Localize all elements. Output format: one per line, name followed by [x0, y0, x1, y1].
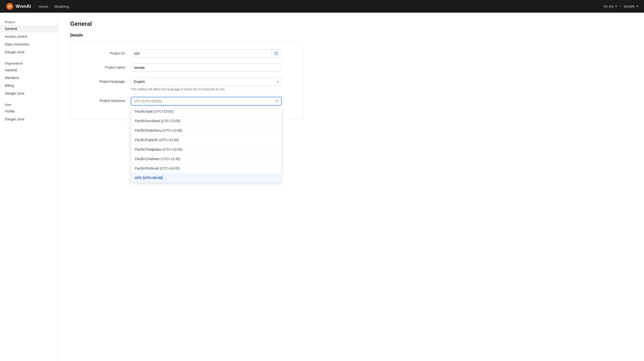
sidebar-section-project: Project: [0, 18, 58, 25]
sidebar: Project General Access control Data conn…: [0, 13, 58, 361]
sidebar-section-organization: Organization: [0, 60, 58, 66]
logo-text: WrenAI: [16, 4, 31, 9]
logo-icon: [6, 2, 14, 10]
timezone-option-2[interactable]: Pacific/Enderbury (UTC+13:00): [131, 126, 281, 135]
sidebar-item-org-general[interactable]: General: [0, 66, 58, 74]
project-language-row: Project language : English Spanish Frenc…: [82, 78, 292, 91]
copy-icon: [274, 51, 278, 55]
sidebar-item-access-control[interactable]: Access control: [0, 32, 58, 40]
project-language-label: Project language :: [82, 78, 131, 83]
project-name-row: Project name :: [82, 63, 292, 72]
copy-project-id-button[interactable]: [272, 50, 281, 57]
timezone-input[interactable]: [131, 97, 282, 106]
nav-home[interactable]: Home: [39, 3, 48, 9]
sidebar-item-data-connection[interactable]: Data connection: [0, 40, 58, 48]
timezone-option-6[interactable]: Pacific/Kiritimati (UTC+14:00): [131, 164, 281, 173]
sidebar-item-profile[interactable]: Profile: [0, 107, 58, 115]
timezone-option-4[interactable]: Pacific/Tongatapu (UTC+13:00): [131, 145, 281, 154]
topnav-right: my org / sample: [603, 4, 638, 8]
project-id-input[interactable]: [131, 50, 272, 57]
project-language-field: English Spanish French German Japanese C…: [131, 78, 282, 91]
timezone-option-1[interactable]: Pacific/Auckland (UTC+13:00): [131, 116, 281, 126]
project-name-field: [131, 63, 282, 72]
project-language-select[interactable]: English Spanish French German Japanese C…: [131, 78, 282, 86]
main-layout: Project General Access control Data conn…: [0, 13, 644, 361]
timezone-option-0[interactable]: Pacific/Apia (UTC+13:00): [131, 107, 281, 116]
nav-modeling[interactable]: Modeling: [54, 3, 69, 9]
sidebar-item-members[interactable]: Members: [0, 74, 58, 82]
org-label: my org: [603, 4, 614, 8]
project-timezone-label: Project timezone :: [82, 97, 131, 103]
project-language-select-wrapper: English Spanish French German Japanese C…: [131, 78, 282, 86]
sidebar-item-billing[interactable]: Billing: [0, 82, 58, 89]
svg-rect-2: [276, 53, 278, 55]
project-id-label: Project ID :: [82, 49, 131, 55]
timezone-option-5[interactable]: Pacific/Chatham (UTC+13:45): [131, 154, 281, 164]
sidebar-section-user: User: [0, 101, 58, 107]
language-help-text: This setting will affect the language in…: [131, 87, 282, 91]
timezone-wrapper: Pacific/Apia (UTC+13:00) Pacific/Aucklan…: [131, 97, 282, 106]
section-title: Details: [70, 33, 632, 37]
sidebar-item-org-danger-zone[interactable]: Danger zone: [0, 89, 58, 97]
project-label: sample: [624, 4, 635, 8]
project-selector[interactable]: sample: [624, 4, 638, 8]
org-chevron-icon: [615, 6, 617, 7]
project-id-input-wrapper: [131, 49, 282, 58]
project-name-input[interactable]: [131, 63, 282, 72]
project-name-label: Project name :: [82, 63, 131, 69]
sidebar-item-project-danger-zone[interactable]: Danger zone: [0, 48, 58, 56]
nav-separator: /: [620, 4, 621, 8]
top-navigation: WrenAI Home Modeling my org / sample: [0, 0, 644, 13]
timezone-dropdown: Pacific/Apia (UTC+13:00) Pacific/Aucklan…: [131, 106, 282, 183]
logo[interactable]: WrenAI: [6, 2, 31, 10]
project-id-field: [131, 49, 282, 58]
page-title: General: [70, 20, 632, 27]
main-content: General Details Project ID :: [58, 13, 644, 361]
project-chevron-icon: [636, 6, 638, 7]
project-timezone-row: Project timezone : Pacific/Apia (UTC: [82, 97, 292, 106]
project-id-row: Project ID :: [82, 49, 292, 58]
settings-card: Project ID : Project name :: [70, 41, 304, 119]
timezone-option-7[interactable]: UTC (UTC+00:00): [131, 173, 281, 182]
org-selector[interactable]: my org: [603, 4, 617, 8]
sidebar-item-user-danger-zone[interactable]: Danger zone: [0, 115, 58, 123]
nav-links: Home Modeling: [39, 3, 595, 9]
sidebar-item-project-general[interactable]: General: [0, 25, 58, 32]
project-timezone-field: Pacific/Apia (UTC+13:00) Pacific/Aucklan…: [131, 97, 282, 106]
svg-point-1: [9, 5, 10, 6]
timezone-option-3[interactable]: Pacific/Fakaofo (UTC+13:00): [131, 135, 281, 145]
